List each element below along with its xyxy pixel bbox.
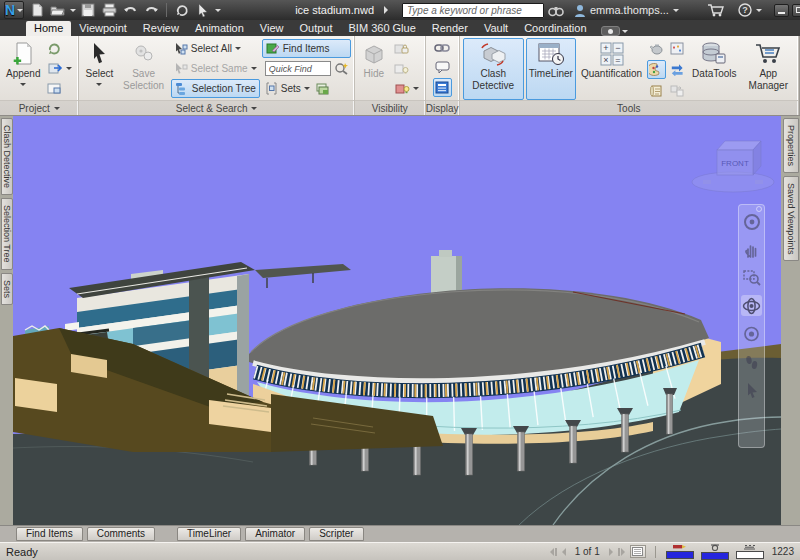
tab-coordination[interactable]: Coordination [516, 21, 594, 36]
sets-dropdown[interactable]: Sets [281, 83, 301, 94]
clash-detective-button[interactable]: Clash Detective [463, 38, 524, 100]
save-selection-button[interactable]: Save Selection [118, 38, 169, 100]
dock-tab-sets[interactable]: Sets [1, 273, 13, 305]
first-sheet-button[interactable] [550, 548, 557, 556]
ribbon-display-button[interactable] [601, 26, 620, 36]
app-manager-button[interactable]: App Manager [742, 38, 795, 100]
tab-render[interactable]: Render [424, 21, 476, 36]
account-menu[interactable]: emma.thomps... [574, 4, 679, 17]
tab-home[interactable]: Home [26, 21, 71, 36]
minimize-button[interactable] [774, 4, 789, 17]
maximize-button[interactable] [792, 4, 800, 17]
orbit-button[interactable] [741, 295, 762, 316]
find-items-button[interactable]: Find Items [262, 39, 351, 58]
compare-button[interactable] [668, 60, 687, 79]
refresh-model-button[interactable] [45, 39, 64, 58]
append-dropdown-icon [20, 83, 26, 89]
print-button[interactable] [100, 2, 118, 18]
navbar-select-button[interactable] [741, 379, 762, 400]
require-button[interactable] [392, 39, 411, 58]
dock-tab-comments[interactable]: Comments [87, 527, 155, 541]
app-store-button[interactable] [707, 2, 724, 18]
append-button[interactable]: Append [3, 38, 43, 100]
hide-button[interactable]: Hide [358, 38, 390, 100]
select-button[interactable]: Select [82, 38, 116, 100]
new-file-button[interactable] [28, 2, 46, 18]
look-around-button[interactable] [741, 323, 762, 344]
tab-viewpoint[interactable]: Viewpoint [71, 21, 135, 36]
tab-output[interactable]: Output [292, 21, 341, 36]
select-dropdown-icon[interactable] [215, 9, 221, 15]
search-button[interactable] [548, 2, 564, 18]
quick-find-input[interactable] [265, 61, 331, 76]
tab-bim360glue[interactable]: BIM 360 Glue [341, 21, 424, 36]
pan-button[interactable] [741, 239, 762, 260]
save-button[interactable] [79, 2, 97, 18]
dock-tab-selection-tree[interactable]: Selection Tree [1, 198, 13, 270]
look-around-icon [743, 326, 760, 342]
tab-animation[interactable]: Animation [187, 21, 252, 36]
open-file-button[interactable] [49, 2, 67, 18]
file-options-button[interactable] [45, 79, 64, 98]
dock-tab-properties[interactable]: Properties [783, 118, 799, 173]
steering-wheel-button[interactable] [741, 211, 762, 232]
properties-button[interactable] [433, 78, 452, 97]
select-tool-button[interactable] [194, 2, 212, 18]
selection-tree-button[interactable]: Selection Tree [171, 79, 260, 98]
redo-button[interactable] [142, 2, 160, 18]
sets-dropdown-icon[interactable] [304, 87, 310, 93]
tab-vault[interactable]: Vault [476, 21, 516, 36]
datatools-button[interactable]: DataTools [689, 38, 739, 100]
app-menu-button[interactable]: N [4, 1, 24, 19]
group-label-project[interactable]: Project [0, 100, 78, 115]
title-flyout-icon[interactable] [384, 6, 392, 14]
select-same-button[interactable]: Select Same [171, 59, 260, 78]
quantification-button[interactable]: +−×= Quantification [578, 38, 645, 100]
tab-review[interactable]: Review [135, 21, 187, 36]
quick-find-icon[interactable] [334, 62, 348, 75]
scripter-button[interactable] [668, 39, 687, 58]
navisworks-logo-icon: N [5, 3, 15, 17]
select-all-button[interactable]: Select All [171, 39, 260, 58]
svg-text:+: + [603, 43, 608, 53]
hide-unselected-button[interactable] [392, 59, 411, 78]
ribbon-display-dropdown-icon[interactable] [622, 30, 628, 36]
quick-properties-button[interactable] [433, 58, 452, 77]
help-button[interactable]: ? [738, 2, 752, 18]
sheet-browser-button[interactable] [630, 545, 646, 558]
dock-tab-saved-viewpoints[interactable]: Saved Viewpoints [783, 176, 799, 261]
dock-tab-scripter[interactable]: Scripter [309, 527, 363, 541]
dock-tab-animator[interactable]: Animator [245, 527, 305, 541]
sets-icon [265, 82, 278, 95]
dock-tab-clash-detective[interactable]: Clash Detective [1, 118, 13, 195]
links-button[interactable] [433, 38, 452, 57]
3d-viewport[interactable]: FRONT [13, 116, 781, 525]
help-dropdown-icon[interactable] [756, 9, 762, 15]
tab-view[interactable]: View [252, 21, 292, 36]
next-sheet-button[interactable] [609, 548, 613, 556]
refresh-button[interactable] [173, 2, 191, 18]
search-input[interactable] [402, 3, 544, 18]
select-search-group-dropdown-icon [251, 107, 257, 113]
manage-sets-button[interactable] [313, 79, 332, 98]
group-label-select-search[interactable]: Select & Search [79, 100, 353, 115]
walk-button[interactable] [741, 351, 762, 372]
convert-properties-button[interactable] [668, 81, 687, 100]
svg-text:×: × [603, 55, 608, 65]
previous-sheet-button[interactable] [562, 548, 566, 556]
open-dropdown-icon[interactable] [70, 9, 76, 15]
undo-button[interactable] [121, 2, 139, 18]
appearance-profiler-button[interactable] [647, 60, 666, 79]
zoom-button[interactable] [741, 267, 762, 288]
file-options-icon [47, 82, 62, 95]
dock-tab-find-items[interactable]: Find Items [16, 527, 83, 541]
right-dock-strip: Properties Saved Viewpoints [781, 116, 800, 525]
dock-tab-timeliner[interactable]: TimeLiner [177, 527, 241, 541]
animator-button[interactable] [647, 39, 666, 58]
batch-utility-button[interactable] [647, 81, 666, 100]
timeliner-button[interactable]: TimeLiner [526, 38, 576, 100]
new-file-icon [30, 3, 44, 17]
reset-all-button[interactable] [45, 59, 75, 78]
last-sheet-button[interactable] [618, 548, 625, 556]
unhide-all-button[interactable] [392, 79, 422, 98]
